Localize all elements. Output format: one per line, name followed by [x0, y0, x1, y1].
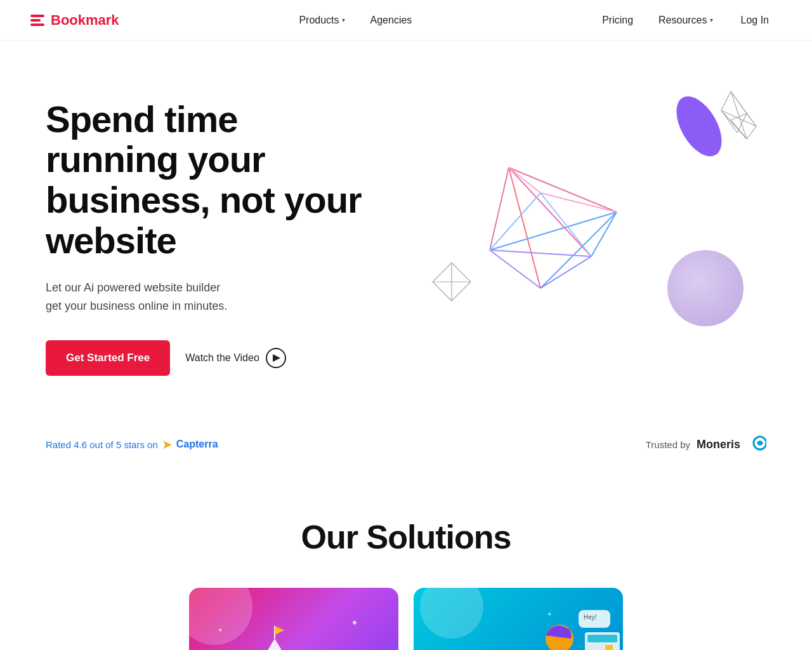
svg-point-0 [667, 89, 731, 164]
svg-text:Moneris: Moneris [697, 438, 740, 451]
nav-agencies[interactable]: Agencies [360, 10, 422, 31]
svg-marker-29 [237, 639, 313, 650]
logo-icon [30, 15, 44, 26]
solution-card-design[interactable]: ✦ ✦ Hey! [414, 588, 623, 650]
logo[interactable]: Bookmark [30, 12, 119, 29]
navbar: Bookmark Products ▾ Agencies Pricing Res… [0, 0, 812, 41]
svg-line-20 [540, 193, 591, 256]
svg-text:Hey!: Hey! [584, 614, 597, 621]
svg-line-22 [433, 263, 452, 282]
svg-marker-34 [275, 626, 284, 635]
svg-text:✦: ✦ [547, 611, 552, 618]
capterra-link[interactable]: Rated 4.6 out of 5 stars on ➤ Capterra [46, 437, 218, 452]
svg-line-18 [509, 168, 540, 193]
login-button[interactable]: Log In [728, 10, 782, 31]
solution-card-website-builder[interactable]: ✦ ✦ [189, 588, 398, 650]
hero-subtitle: Let our Ai powered website builderget yo… [46, 279, 376, 315]
hero-content: Spend time running your business, not yo… [46, 99, 376, 376]
svg-line-19 [490, 193, 540, 250]
svg-rect-46 [587, 645, 595, 650]
nav-right: Pricing Resources ▾ Log In [592, 10, 782, 31]
watch-video-button[interactable]: Watch the Video [185, 348, 286, 368]
solutions-title: Our Solutions [30, 518, 782, 556]
trust-bar: Rated 4.6 out of 5 stars on ➤ Capterra T… [0, 421, 812, 480]
play-icon [266, 348, 286, 368]
trusted-by: Trusted by Moneris [646, 434, 766, 454]
svg-line-5 [731, 91, 756, 126]
nav-resources[interactable]: Resources ▾ [648, 10, 723, 31]
wireframe-center-icon [414, 161, 655, 352]
svg-text:✦: ✦ [351, 618, 358, 628]
svg-line-21 [452, 263, 471, 282]
svg-line-16 [540, 256, 591, 288]
capterra-arrow-icon: ➤ [162, 437, 173, 452]
svg-line-10 [509, 168, 540, 288]
resources-chevron-icon: ▾ [710, 17, 713, 23]
solutions-section: Our Solutions ✦ ✦ [0, 480, 812, 650]
nav-pricing[interactable]: Pricing [592, 10, 643, 31]
capterra-name: Capterra [176, 439, 218, 450]
svg-line-9 [509, 168, 591, 256]
svg-line-23 [452, 282, 471, 301]
hero-section: Spend time running your business, not yo… [0, 41, 812, 421]
logo-text: Bookmark [51, 12, 119, 29]
nav-center: Products ▾ Agencies [289, 10, 422, 31]
hero-cta: Get Started Free Watch the Video [46, 340, 376, 376]
moneris-logo-icon: Moneris [697, 434, 766, 454]
solutions-cards: ✦ ✦ [30, 588, 782, 650]
svg-line-24 [433, 282, 452, 301]
svg-rect-47 [596, 645, 604, 650]
hero-illustration [376, 79, 782, 396]
products-chevron-icon: ▾ [342, 17, 345, 23]
svg-rect-48 [605, 645, 613, 650]
svg-line-3 [731, 91, 747, 139]
hero-title: Spend time running your business, not yo… [46, 99, 376, 261]
svg-line-6 [721, 110, 747, 139]
svg-line-15 [490, 250, 540, 288]
purple-blob-icon [667, 250, 743, 326]
svg-text:✦: ✦ [218, 627, 223, 633]
svg-line-8 [490, 168, 509, 250]
get-started-button[interactable]: Get Started Free [46, 340, 170, 376]
card-1-illustration: ✦ ✦ [199, 600, 389, 650]
svg-rect-45 [587, 635, 617, 642]
card-2-illustration: ✦ ✦ Hey! [433, 600, 623, 650]
nav-products[interactable]: Products ▾ [289, 10, 355, 31]
capterra-rating-text: Rated 4.6 out of 5 stars on [46, 439, 158, 450]
svg-line-7 [509, 168, 617, 212]
crystal-top-right-icon [648, 79, 763, 180]
trusted-label: Trusted by [646, 439, 690, 450]
